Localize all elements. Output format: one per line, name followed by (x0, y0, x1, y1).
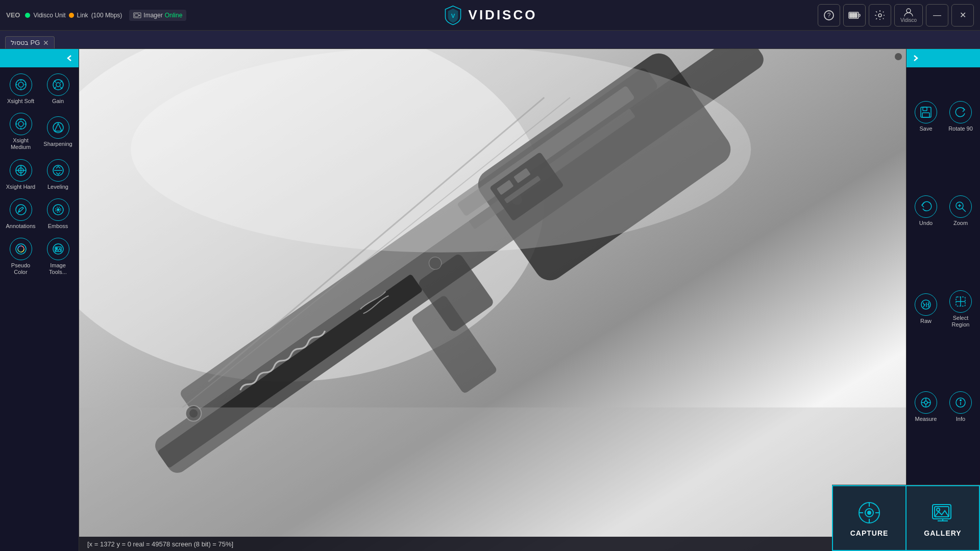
logo-text: VIDISCO (469, 7, 537, 23)
raw-icon (915, 293, 937, 316)
link-dot (69, 13, 74, 18)
minimize-button[interactable]: — (926, 4, 948, 27)
coordinates-text: [x = 1372 y = 0 real = 49578 screen (8 b… (87, 540, 233, 548)
measure-label: Measure (915, 416, 937, 422)
user-name: Vidisco (900, 17, 917, 23)
tool-gain[interactable]: Gain (39, 69, 77, 109)
tool-zoom[interactable]: Zoom (943, 164, 978, 258)
tab-label: בטסול PG (11, 39, 40, 46)
svg-point-11 (878, 14, 881, 17)
svg-point-40 (16, 244, 26, 254)
help-button[interactable]: ? (818, 4, 840, 27)
tool-undo[interactable]: Undo (909, 164, 943, 258)
left-panel-collapse[interactable] (0, 49, 79, 67)
tool-rotate90[interactable]: Rotate 90 (943, 69, 978, 164)
left-panel: Xsight Soft Gain (0, 49, 79, 551)
svg-point-100 (937, 508, 940, 511)
close-button[interactable]: ✕ (951, 4, 974, 27)
xray-display (79, 49, 906, 551)
zoom-icon (949, 195, 972, 218)
close-icon: ✕ (960, 10, 966, 20)
pseudo-color-icon (10, 238, 32, 260)
tool-leveling[interactable]: Leveling (39, 155, 77, 194)
main-area: Xsight Soft Gain (0, 49, 980, 551)
veo-label: VEO (6, 11, 20, 19)
image-area: [x = 1372 y = 0 real = 49578 screen (8 b… (79, 49, 906, 551)
undo-icon (915, 195, 937, 218)
tool-xsight-hard[interactable]: Xsight Hard (2, 155, 39, 194)
link-label: Link (77, 12, 88, 19)
tab-close-icon[interactable]: ✕ (43, 39, 49, 46)
svg-point-44 (56, 247, 57, 249)
svg-rect-1 (135, 14, 138, 17)
collapse-left-icon (65, 54, 75, 63)
vidisco-unit-label: Vidisco Unit (33, 12, 65, 19)
imager-status: Imager Online (129, 10, 186, 21)
annotations-label: Annotations (6, 223, 35, 230)
gallery-icon (929, 499, 956, 526)
tool-select-region[interactable]: Select Region (943, 259, 978, 360)
tool-pseudo-color[interactable]: Pseudo Color (2, 234, 39, 280)
tool-emboss[interactable]: Emboss (39, 194, 77, 234)
svg-point-42 (53, 244, 63, 254)
svg-line-71 (962, 208, 966, 212)
xsight-soft-icon (10, 73, 32, 96)
battery-button[interactable] (843, 4, 866, 27)
save-label: Save (919, 126, 932, 132)
svg-rect-9 (852, 13, 854, 17)
tool-measure[interactable]: Measure (909, 360, 943, 454)
gallery-label: GALLERY (924, 529, 961, 537)
tool-info[interactable]: Info (943, 360, 978, 454)
svg-point-79 (924, 401, 927, 404)
svg-rect-68 (923, 107, 927, 111)
image-tools-label: Image Tools... (41, 262, 75, 276)
tool-save[interactable]: Save (909, 69, 943, 164)
rotate90-label: Rotate 90 (948, 126, 973, 132)
svg-point-35 (16, 205, 26, 215)
save-icon (915, 101, 937, 123)
svg-point-12 (906, 9, 911, 13)
xsight-hard-label: Xsight Hard (6, 184, 35, 190)
tool-image-tools[interactable]: Image Tools... (39, 234, 77, 280)
tool-xsight-soft[interactable]: Xsight Soft (2, 69, 39, 109)
capture-icon (856, 499, 883, 526)
tool-xsight-medium[interactable]: Xsight Medium (2, 109, 39, 155)
right-panel: Save Rotate 90 (906, 49, 980, 551)
topbar-right: ? Vidisco — (818, 4, 974, 27)
svg-point-22 (18, 121, 23, 127)
emboss-label: Emboss (48, 223, 68, 230)
capture-label: CAPTURE (850, 529, 889, 537)
leveling-icon (47, 159, 69, 182)
capture-button[interactable]: CAPTURE (832, 485, 906, 551)
tab-pg[interactable]: בטסול PG ✕ (5, 36, 55, 48)
tool-raw[interactable]: Raw (909, 259, 943, 360)
user-button[interactable]: Vidisco (894, 4, 923, 27)
settings-icon (874, 10, 886, 21)
minimize-icon: — (933, 11, 941, 20)
info-icon (949, 391, 972, 414)
svg-point-63 (131, 49, 751, 253)
leveling-label: Leveling (47, 184, 68, 190)
svg-point-14 (18, 82, 23, 87)
svg-point-74 (921, 300, 930, 309)
imager-icon (133, 11, 141, 19)
gain-icon (47, 73, 69, 96)
tools-grid-left: Xsight Soft Gain (0, 67, 79, 282)
pseudo-color-label: Pseudo Color (4, 262, 37, 276)
right-panel-expand[interactable] (906, 49, 980, 67)
gallery-button[interactable]: GALLERY (906, 485, 980, 551)
select-region-label: Select Region (945, 315, 976, 328)
user-icon (904, 8, 913, 17)
undo-label: Undo (919, 220, 933, 227)
bottom-right-panel: CAPTURE GALLERY (832, 485, 980, 551)
svg-text:?: ? (827, 12, 831, 19)
tool-sharpening[interactable]: Sharpening (39, 109, 77, 155)
image-tools-icon (47, 238, 69, 260)
xsight-soft-label: Xsight Soft (7, 98, 34, 105)
tool-annotations[interactable]: Annotations (2, 194, 39, 234)
expand-right-icon (911, 54, 920, 63)
corner-dot (895, 53, 902, 60)
settings-button[interactable] (869, 4, 891, 27)
annotations-icon (10, 198, 32, 221)
xsight-medium-label: Xsight Medium (4, 137, 37, 151)
